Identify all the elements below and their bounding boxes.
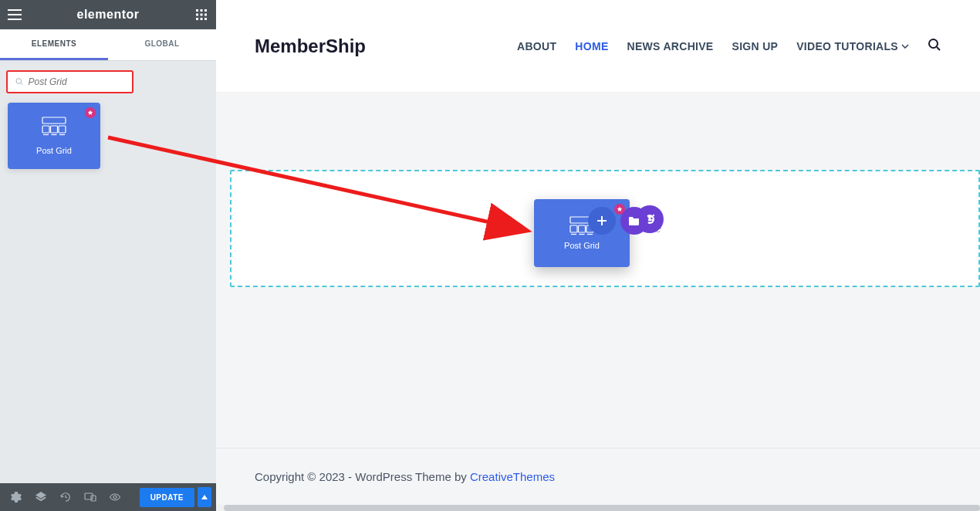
apps-grid-icon[interactable] [187, 0, 216, 29]
site-title: MemberShip [255, 36, 366, 57]
update-button[interactable]: UPDATE [140, 488, 194, 507]
svg-rect-11 [42, 117, 66, 124]
svg-point-9 [16, 79, 22, 84]
elementor-brand: elementor [29, 8, 187, 22]
widgets-panel: Post Grid [0, 103, 216, 169]
svg-point-21 [929, 39, 938, 48]
nav-video-tutorials[interactable]: VIDEO TUTORIALS [796, 40, 909, 52]
footer-text: Copyright © 2023 - WordPress Theme by [255, 470, 470, 483]
widget-label: Post Grid [36, 146, 72, 155]
sidebar-header: elementor [0, 0, 216, 29]
update-dropdown-icon[interactable] [198, 487, 211, 507]
svg-line-10 [21, 83, 22, 85]
sidebar-footer: UPDATE [0, 483, 216, 511]
site-header: MemberShip ABOUT HOME NEWS ARCHIVE SIGN … [216, 0, 980, 93]
widget-search-box [6, 70, 133, 93]
svg-rect-3 [196, 14, 198, 16]
svg-rect-6 [196, 18, 198, 20]
pro-badge-icon [85, 107, 96, 118]
svg-rect-2 [204, 9, 207, 12]
site-nav: ABOUT HOME NEWS ARCHIVE SIGN UP VIDEO TU… [517, 38, 941, 55]
svg-rect-25 [579, 225, 586, 232]
site-search-icon[interactable] [928, 38, 941, 55]
nav-about[interactable]: ABOUT [517, 40, 556, 52]
svg-rect-4 [201, 14, 203, 16]
navigator-icon[interactable] [29, 486, 52, 509]
svg-rect-8 [204, 18, 207, 20]
svg-rect-19 [91, 496, 96, 501]
editor-canvas: MemberShip ABOUT HOME NEWS ARCHIVE SIGN … [216, 0, 980, 511]
preview-icon[interactable] [103, 486, 127, 509]
svg-line-22 [937, 47, 940, 50]
widget-post-grid[interactable]: Post Grid [8, 103, 100, 169]
tab-elements[interactable]: ELEMENTS [0, 29, 108, 60]
svg-rect-14 [59, 126, 66, 133]
settings-icon[interactable] [5, 486, 28, 509]
widget-search-input[interactable] [29, 76, 124, 87]
post-grid-icon [42, 117, 66, 140]
elementor-sidebar: elementor ELEMENTS GLOBAL [0, 0, 216, 511]
scrollbar-thumb[interactable] [224, 505, 980, 511]
svg-rect-13 [51, 126, 58, 133]
add-section-icon[interactable] [588, 207, 616, 235]
responsive-icon[interactable] [79, 486, 102, 509]
svg-point-32 [651, 218, 652, 219]
zone-action-icons [588, 207, 648, 235]
svg-rect-5 [204, 14, 207, 16]
svg-rect-7 [201, 18, 203, 20]
svg-rect-0 [196, 9, 198, 12]
svg-rect-1 [201, 9, 203, 12]
page-canvas: dget here [216, 93, 980, 448]
nav-label: VIDEO TUTORIALS [796, 40, 898, 52]
tab-global[interactable]: GLOBAL [108, 29, 216, 60]
site-footer: Copyright © 2023 - WordPress Theme by Cr… [216, 448, 980, 505]
search-wrap [0, 61, 216, 103]
svg-point-20 [113, 496, 117, 499]
horizontal-scrollbar[interactable] [216, 505, 980, 511]
sidebar-tabs: ELEMENTS GLOBAL [0, 29, 216, 61]
search-icon [15, 77, 24, 86]
chevron-down-icon [901, 44, 909, 49]
hamburger-menu-icon[interactable] [0, 0, 29, 29]
template-library-icon[interactable] [620, 207, 648, 235]
nav-sign-up[interactable]: SIGN UP [732, 40, 779, 52]
dragging-widget-label: Post Grid [564, 241, 600, 250]
nav-home[interactable]: HOME [575, 40, 608, 52]
footer-theme-link[interactable]: CreativeThemes [470, 470, 555, 483]
svg-rect-24 [570, 225, 577, 232]
history-icon[interactable] [54, 486, 77, 509]
svg-rect-12 [42, 126, 49, 133]
nav-news-archive[interactable]: NEWS ARCHIVE [627, 40, 714, 52]
